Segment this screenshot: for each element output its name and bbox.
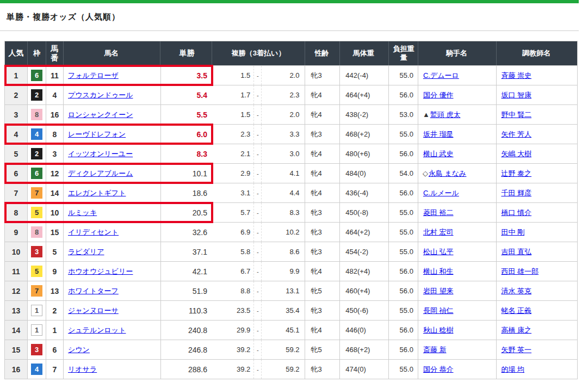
jockey-link[interactable]: 国分 優作 — [423, 90, 454, 100]
trainer-link[interactable]: 橋口 慎介 — [501, 208, 531, 218]
place-odds-cell: 39.2 - 59.2 — [213, 360, 305, 379]
horse-number-cell: 2 — [46, 301, 64, 320]
trainer-cell: 辻野 泰之 — [497, 164, 577, 183]
win-odds-cell: 42.1 — [161, 262, 213, 281]
place-odds-high: 10.2 — [262, 228, 305, 236]
horse-name-link[interactable]: ロンシャンクイーン — [68, 110, 133, 120]
sex-age-cell: 牝4 — [305, 321, 340, 340]
jockey-link[interactable]: 国分 恭介 — [423, 365, 454, 374]
frame-badge: 8 — [31, 226, 42, 238]
header-trainer: 調教師名 — [497, 41, 577, 65]
frame-cell: 5 — [28, 262, 46, 281]
trainer-link[interactable]: 坂口 智康 — [501, 90, 531, 100]
horse-number-cell: 15 — [46, 223, 64, 242]
trainer-link[interactable]: 蛯名 正義 — [501, 306, 531, 316]
win-odds-cell: 240.8 — [161, 321, 213, 340]
horse-name-link[interactable]: ディクレアブルーム — [68, 169, 133, 178]
horse-name-link[interactable]: ホワイトターフ — [68, 286, 119, 296]
horse-name-link[interactable]: プウスカンドゥール — [68, 90, 133, 100]
place-odds-high: 3.3 — [262, 130, 305, 138]
trainer-link[interactable]: 辻野 泰之 — [501, 169, 531, 178]
jockey-cell: 国分 恭介 — [418, 360, 497, 379]
horse-name-link[interactable]: シュテルンロット — [68, 325, 126, 335]
trainer-link[interactable]: 的場 均 — [501, 365, 524, 374]
trainer-cell: 蛯名 正義 — [497, 301, 577, 320]
horse-name-link[interactable]: リオサラ — [68, 365, 97, 374]
place-odds-cell: 6.9 - 10.2 — [213, 223, 305, 242]
sex-age-cell: 牝4 — [305, 183, 340, 202]
rank-cell: 5 — [5, 144, 28, 163]
horse-name-cell: ロンシャンクイーン — [64, 105, 161, 124]
horse-name-link[interactable]: イリディセント — [68, 227, 119, 237]
jockey-link[interactable]: 横山 武史 — [423, 149, 454, 159]
jockey-link[interactable]: 菱田 裕二 — [423, 208, 454, 218]
table-row: 4 4 8 レーヴドレフォン 6.0 2.3 - 3.3 牝3 468(+2) … — [5, 124, 577, 144]
jockey-cell: ◇永島 まなみ — [418, 164, 497, 183]
horse-weight-cell: 436(-4) — [340, 183, 389, 202]
jockey-link[interactable]: 秋山 稔樹 — [423, 325, 454, 335]
jockey-cell: 長岡 禎仁 — [418, 301, 497, 320]
horse-name-link[interactable]: エレガントギフト — [68, 188, 126, 198]
frame-badge: 5 — [31, 266, 42, 277]
jockey-link[interactable]: 北村 宏司 — [423, 227, 454, 237]
horse-name-link[interactable]: シウン — [68, 345, 90, 355]
horse-name-link[interactable]: ルミッキ — [68, 208, 97, 218]
header-jockey: 騎手名 — [418, 41, 497, 65]
trainer-link[interactable]: 田中 剛 — [501, 227, 524, 237]
frame-cell: 8 — [28, 105, 46, 124]
table-row: 12 7 13 ホワイトターフ 51.9 8.8 - 13.1 牝5 460(+… — [5, 281, 577, 300]
win-odds-cell: 18.6 — [161, 183, 213, 202]
row-highlight-group: 7 7 14 エレガントギフト 18.6 — [5, 183, 213, 202]
trainer-link[interactable]: 斉藤 崇史 — [501, 71, 531, 81]
horse-name-link[interactable]: フォルテローザ — [68, 71, 119, 81]
horse-name-link[interactable]: レーヴドレフォン — [68, 130, 126, 139]
sex-age-cell: 牝5 — [305, 340, 340, 359]
horse-weight-cell: 454(-2) — [340, 242, 389, 261]
trainer-cell: 高橋 康之 — [497, 321, 577, 340]
frame-badge: 6 — [31, 168, 42, 179]
jockey-link[interactable]: 鷲頭 虎太 — [430, 110, 461, 120]
horse-weight-cell: 450(-8) — [340, 203, 389, 222]
trainer-link[interactable]: 高橋 康之 — [501, 325, 531, 335]
jockey-link[interactable]: C.ルメール — [423, 188, 459, 198]
trainer-link[interactable]: 野中 賢二 — [501, 110, 531, 120]
jockey-link[interactable]: C.デムーロ — [423, 71, 459, 81]
place-odds-high: 4.4 — [262, 189, 305, 197]
rank-cell: 14 — [5, 321, 28, 340]
jockey-cell: 横山 武史 — [418, 144, 497, 163]
frame-cell: 5 — [28, 203, 46, 222]
jockey-link[interactable]: 横山 和生 — [423, 267, 454, 276]
jockey-link[interactable]: 坂井 瑠星 — [423, 130, 454, 139]
row-highlight-group: 10 3 5 ラピダリア 37.1 — [5, 242, 213, 261]
row-highlight-group: 11 5 9 ホウオウジュビリー 42.1 — [5, 262, 213, 281]
place-odds-cell: 2.9 - 4.1 — [213, 164, 305, 183]
trainer-link[interactable]: 矢野 英一 — [501, 345, 531, 355]
trainer-link[interactable]: 矢嶋 大樹 — [501, 149, 531, 159]
place-odds-low: 2.3 — [213, 125, 254, 144]
rank-cell: 7 — [5, 183, 28, 202]
trainer-link[interactable]: 矢作 芳人 — [501, 130, 531, 139]
header-frame: 枠 — [28, 41, 46, 65]
frame-badge: 4 — [31, 128, 42, 140]
horse-name-link[interactable]: ホウオウジュビリー — [68, 267, 133, 276]
horse-name-cell: ホウオウジュビリー — [64, 262, 161, 281]
table-row: 8 5 10 ルミッキ 20.5 5.7 - 8.3 牝3 450(-8) 55… — [5, 202, 577, 222]
horse-name-link[interactable]: イッツオンリーユー — [68, 149, 133, 159]
jockey-link[interactable]: 永島 まなみ — [429, 169, 467, 178]
place-odds-high: 2.0 — [262, 110, 305, 119]
jockey-link[interactable]: 岩田 望来 — [423, 286, 454, 296]
place-odds-cell: 8.8 - 13.1 — [213, 281, 305, 300]
trainer-link[interactable]: 吉田 直弘 — [501, 247, 531, 257]
jockey-link[interactable]: 斎藤 新 — [423, 345, 447, 355]
horse-name-link[interactable]: ジャンヌローサ — [68, 306, 119, 316]
place-odds-separator: - — [254, 281, 262, 300]
sex-age-cell: 牝4 — [305, 85, 340, 104]
jockey-link[interactable]: 長岡 禎仁 — [423, 306, 454, 316]
trainer-link[interactable]: 清水 英克 — [501, 286, 531, 296]
jockey-link[interactable]: 松山 弘平 — [423, 247, 454, 257]
horse-name-link[interactable]: ラピダリア — [68, 247, 104, 257]
horse-name-cell: ディクレアブルーム — [64, 164, 161, 183]
trainer-link[interactable]: 西田 雄一郎 — [501, 267, 539, 276]
place-odds-high: 59.2 — [262, 346, 305, 354]
trainer-link[interactable]: 千田 輝彦 — [501, 188, 531, 198]
